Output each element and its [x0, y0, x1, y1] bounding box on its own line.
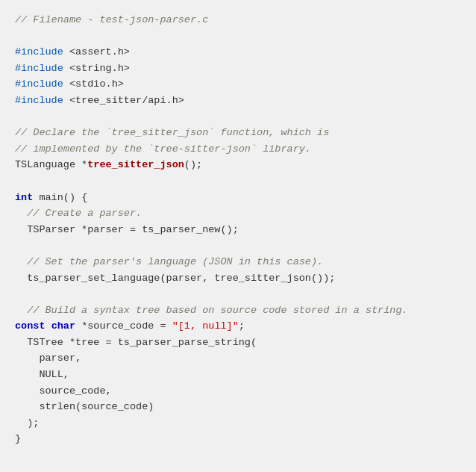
line-1: // Filename - test-json-parser.c: [15, 12, 461, 28]
line-strlen-arg: strlen(source_code): [15, 399, 461, 415]
line-close-brace: }: [15, 431, 461, 447]
code-container: // Filename - test-json-parser.c #includ…: [15, 12, 461, 447]
line-decl: TSLanguage *tree_sitter_json();: [15, 157, 461, 173]
line-include-3: #include <stdio.h>: [15, 76, 461, 93]
line-comment-1: // Declare the `tree_sitter_json` functi…: [15, 125, 461, 141]
line-comment-3: // Create a parser.: [15, 205, 461, 222]
line-comment-4: // Set the parser's language (JSON in th…: [15, 254, 461, 270]
line-null-arg: NULL,: [15, 367, 461, 383]
line-include-2: #include <string.h>: [15, 60, 461, 77]
line-empty-2: [15, 109, 461, 125]
line-parser-new: TSParser *parser = ts_parser_new();: [15, 222, 461, 238]
line-const-decl: const char *source_code = "[1, null]";: [15, 318, 461, 335]
line-empty-1: [15, 28, 461, 45]
line-source-arg: source_code,: [15, 383, 461, 400]
line-include-1: #include <assert.h>: [15, 44, 461, 60]
line-main: int main() {: [15, 190, 461, 206]
line-comment-5: // Build a syntax tree based on source c…: [15, 302, 461, 319]
line-empty-4: [15, 237, 461, 254]
line-comment-2: // implemented by the `tree-sitter-json`…: [15, 141, 461, 158]
line-set-lang: ts_parser_set_language(parser, tree_sitt…: [15, 270, 461, 287]
line-empty-3: [15, 173, 461, 190]
line-close-paren: );: [15, 415, 461, 432]
line-empty-5: [15, 286, 461, 302]
line-tree-decl: TSTree *tree = ts_parser_parse_string(: [15, 335, 461, 351]
line-parser-arg: parser,: [15, 350, 461, 367]
line-include-4: #include <tree_sitter/api.h>: [15, 93, 461, 109]
